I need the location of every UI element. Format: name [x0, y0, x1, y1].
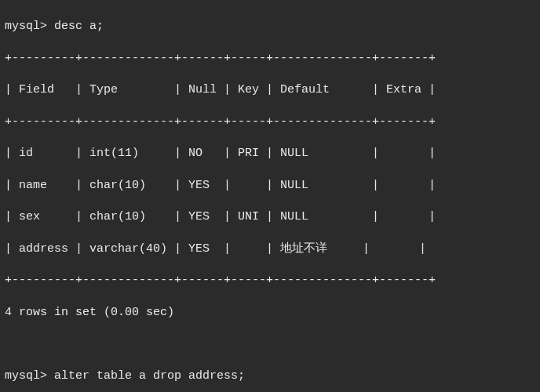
table1-border-mid: +---------+-------------+------+-----+--… — [5, 114, 535, 130]
prompt-line-1[interactable]: mysql> desc a; — [5, 19, 535, 34]
command-desc-1: desc a; — [54, 20, 104, 33]
table1-row-sex: | sex | char(10) | YES | UNI | NULL | | — [5, 209, 535, 225]
mysql-prompt: mysql> — [5, 20, 54, 33]
table1-row-name: | name | char(10) | YES | | NULL | | — [5, 178, 535, 194]
blank-1 — [5, 336, 535, 352]
terminal-output: mysql> desc a; +---------+-------------+… — [0, 0, 540, 392]
mysql-prompt: mysql> — [5, 369, 54, 383]
summary-1: 4 rows in set (0.00 sec) — [5, 305, 535, 321]
table1-border-top: +---------+-------------+------+-----+--… — [5, 51, 535, 67]
table1-row-id: | id | int(11) | NO | PRI | NULL | | — [5, 146, 535, 162]
prompt-line-2[interactable]: mysql> alter table a drop address; — [5, 368, 535, 384]
table1-header: | Field | Type | Null | Key | Default | … — [5, 82, 535, 98]
command-alter: alter table a drop address; — [54, 369, 245, 383]
table1-row-address: | address | varchar(40) | YES | | 地址不详 |… — [5, 241, 535, 257]
table1-border-bot: +---------+-------------+------+-----+--… — [5, 273, 535, 289]
